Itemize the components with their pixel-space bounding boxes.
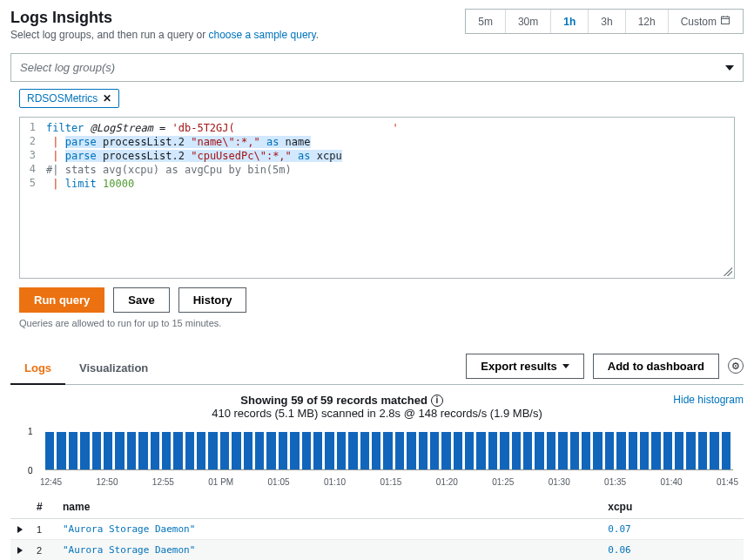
histogram-bar[interactable] [616, 432, 625, 470]
histogram-bar[interactable] [698, 432, 707, 470]
column-header[interactable]: xcpu [601, 496, 744, 519]
histogram-bar[interactable] [279, 432, 287, 470]
histogram-bar[interactable] [430, 432, 439, 470]
histogram-bar[interactable] [220, 432, 229, 470]
log-group-tag[interactable]: RDSOSMetrics✕ [19, 89, 119, 108]
x-tick: 01:45 [717, 477, 738, 487]
time-range-3h[interactable]: 3h [589, 10, 625, 33]
histogram-bar[interactable] [45, 432, 54, 470]
save-button[interactable]: Save [113, 287, 169, 313]
histogram-bar[interactable] [419, 432, 427, 470]
histogram-bar[interactable] [465, 432, 474, 470]
log-group-placeholder: Select log group(s) [20, 61, 115, 74]
x-tick: 01:10 [324, 477, 346, 487]
time-range-1h[interactable]: 1h [551, 10, 589, 33]
histogram-bar[interactable] [488, 432, 497, 470]
histogram-bar[interactable] [313, 432, 322, 470]
histogram-bar[interactable] [512, 432, 521, 470]
svg-rect-0 [722, 17, 730, 24]
histogram-bar[interactable] [255, 432, 264, 470]
histogram-bar[interactable] [173, 432, 182, 470]
time-range-12h[interactable]: 12h [626, 10, 669, 33]
expand-row-icon[interactable] [17, 526, 23, 533]
tab-logs[interactable]: Logs [10, 353, 65, 385]
histogram-bar[interactable] [454, 432, 462, 470]
histogram-bar[interactable] [57, 432, 65, 470]
histogram-bar[interactable] [208, 432, 217, 470]
tab-visualization[interactable]: Visualization [65, 353, 162, 384]
histogram-bar[interactable] [232, 432, 240, 470]
histogram-bar[interactable] [290, 432, 299, 470]
histogram-bar[interactable] [151, 432, 159, 470]
histogram-bar[interactable] [593, 432, 602, 470]
histogram-bar[interactable] [570, 432, 579, 470]
caret-down-icon [562, 364, 569, 368]
histogram-bar[interactable] [629, 432, 637, 470]
resize-handle-icon[interactable] [724, 267, 732, 276]
table-row[interactable]: 1"Aurora Storage Daemon"0.07 [10, 519, 744, 540]
column-header[interactable]: # [30, 496, 56, 519]
hide-histogram-link[interactable]: Hide histogram [673, 394, 744, 406]
time-range-custom[interactable]: Custom [669, 10, 743, 33]
histogram-bar[interactable] [710, 432, 718, 470]
histogram-bar[interactable] [244, 432, 252, 470]
x-tick: 12:50 [96, 477, 118, 487]
histogram-bar[interactable] [523, 432, 532, 470]
export-results-button[interactable]: Export results [466, 354, 583, 379]
histogram-bar[interactable] [80, 432, 89, 470]
histogram-bar[interactable] [127, 432, 136, 470]
histogram-bar[interactable] [441, 432, 450, 470]
settings-gear-icon[interactable]: ⚙ [728, 358, 744, 374]
histogram-bar[interactable] [558, 432, 567, 470]
histogram-bar[interactable] [686, 432, 695, 470]
histogram-bar[interactable] [651, 432, 660, 470]
histogram-bar[interactable] [115, 432, 124, 470]
histogram-bar[interactable] [407, 432, 415, 470]
histogram-bar[interactable] [395, 432, 404, 470]
time-range-30m[interactable]: 30m [506, 10, 551, 33]
histogram-bar[interactable] [185, 432, 194, 470]
histogram-bar[interactable] [138, 432, 147, 470]
info-icon[interactable]: i [431, 395, 443, 407]
log-group-select[interactable]: Select log group(s) [10, 53, 744, 82]
histogram-bar[interactable] [383, 432, 392, 470]
query-editor[interactable]: 1filter @LogStream = 'db-5T2GJ( '2 | par… [19, 117, 735, 279]
histogram-bar[interactable] [582, 432, 590, 470]
histogram-bar[interactable] [266, 432, 275, 470]
histogram-bar[interactable] [302, 432, 311, 470]
histogram-bar[interactable] [69, 432, 77, 470]
histogram-bar[interactable] [663, 432, 672, 470]
history-button[interactable]: History [178, 287, 247, 313]
remove-tag-icon[interactable]: ✕ [103, 92, 111, 105]
x-tick: 01:25 [492, 477, 514, 487]
histogram-bar[interactable] [500, 432, 508, 470]
sample-query-link[interactable]: choose a sample query [208, 29, 315, 41]
histogram-bar[interactable] [372, 432, 380, 470]
histogram-bar[interactable] [92, 432, 101, 470]
add-to-dashboard-button[interactable]: Add to dashboard [593, 354, 719, 379]
histogram-bar[interactable] [104, 432, 112, 470]
x-tick: 01:30 [549, 477, 570, 487]
table-row[interactable]: 2"Aurora Storage Daemon"0.06 [10, 540, 744, 561]
histogram-bar[interactable] [325, 432, 333, 470]
histogram-bar[interactable] [197, 432, 205, 470]
expand-row-icon[interactable] [17, 547, 23, 554]
histogram-bar[interactable] [547, 432, 555, 470]
calendar-icon [720, 15, 730, 28]
histogram-bar[interactable] [605, 432, 614, 470]
histogram-bar[interactable] [337, 432, 346, 470]
histogram-bar[interactable] [162, 432, 171, 470]
histogram-bar[interactable] [535, 432, 543, 470]
histogram-bar[interactable] [360, 432, 369, 470]
histogram-bar[interactable] [640, 432, 649, 470]
x-tick: 01:35 [604, 477, 626, 487]
histogram-bar[interactable] [675, 432, 683, 470]
column-header[interactable]: name [56, 496, 601, 519]
page-subtitle: Select log groups, and then run a query … [10, 29, 319, 41]
histogram-bar[interactable] [476, 432, 485, 470]
x-tick: 12:55 [152, 477, 174, 487]
run-query-button[interactable]: Run query [19, 287, 104, 313]
time-range-5m[interactable]: 5m [466, 10, 506, 33]
histogram-bar[interactable] [348, 432, 357, 470]
histogram-bar[interactable] [722, 432, 730, 470]
